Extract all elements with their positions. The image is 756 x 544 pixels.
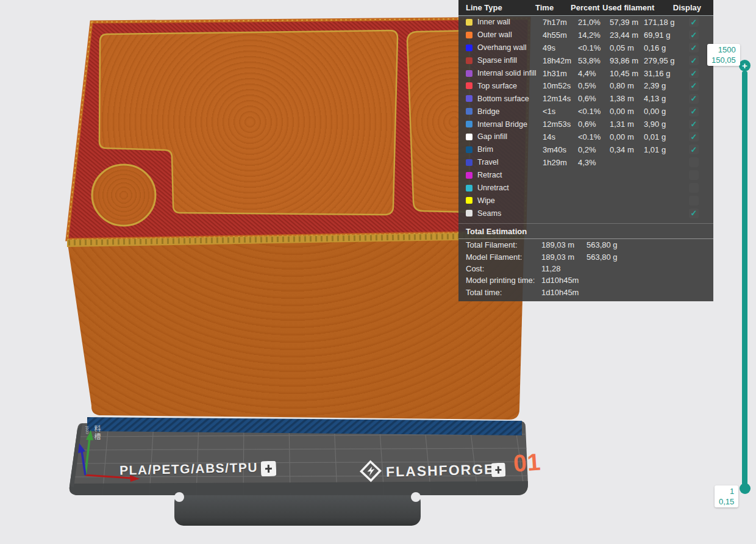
top-layer-height: 150,05 [711,55,736,65]
row-outer-wall: Outer wall 4h55m 14,2% 23,44 m 69,91 g ✓ [458,29,713,41]
color-swatch [466,32,472,38]
col-used-filament: Used filament [602,3,672,12]
length-value: 0,00 m [610,107,644,116]
layer-slider-handle[interactable] [740,483,751,494]
color-swatch [466,146,472,153]
row-retract: Retract [458,169,713,182]
display-checkbox[interactable]: ✓ [689,132,699,141]
display-checkbox[interactable] [689,196,699,206]
color-swatch [466,172,472,179]
percent-value: 14,2% [578,30,610,40]
line-type-label: Internal solid infill [477,69,543,77]
time-value: 4h55m [543,30,578,40]
slicer-preview-window: PLA/PETG/ABS/TPU FLASHFORGE 01 料槽 cool L… [0,0,756,544]
color-swatch [466,159,472,166]
row-seams: Seams ✓ [458,207,713,220]
layer-slider-track[interactable] [742,71,747,486]
time-value: 12m53s [543,120,578,129]
row-gap-infill: Gap infill 14s <0.1% 0,00 m 0,01 g ✓ [458,131,713,143]
color-swatch [466,82,472,89]
plate-marker-icon-2 [491,463,506,480]
color-swatch [466,70,472,77]
time-value: <1s [543,107,578,116]
layer-slider-top-label: 1500 150,05 [707,44,740,66]
check-icon: ✓ [691,133,697,141]
display-checkbox[interactable] [689,170,699,180]
check-icon: ✓ [691,82,697,90]
model-printing-time-row: Model printing time: 1d10h45m [458,274,713,286]
plate-side-label: 料槽 [92,425,102,441]
display-checkbox[interactable]: ✓ [689,30,699,40]
total-label: Total time: [466,288,541,297]
row-internal-bridge: Internal Bridge 12m53s 0,6% 1,31 m 3,90 … [458,118,713,131]
weight-value: 1,01 g [644,145,679,154]
display-checkbox[interactable]: ✓ [689,81,699,91]
total-label: Total Filament: [466,240,541,249]
display-checkbox[interactable]: ✓ [689,55,699,65]
display-checkbox[interactable]: ✓ [689,68,699,78]
row-bridge: Bridge <1s <0.1% 0,00 m 0,00 g ✓ [458,105,713,118]
percent-value: 0,6% [578,94,610,103]
length-value: 1,31 m [610,120,644,129]
row-bottom-surface: Bottom surface 12m14s 0,6% 1,38 m 4,13 g… [458,92,713,105]
length-value: 93,86 m [610,56,644,65]
display-checkbox[interactable]: ✓ [689,145,699,154]
plate-number: 01 [513,448,542,477]
display-checkbox[interactable]: ✓ [689,94,699,104]
line-type-label: Gap infill [477,132,543,141]
check-icon: ✓ [691,44,697,52]
top-layer-number: 1500 [711,45,736,55]
percent-value: 0,2% [578,145,610,154]
time-value: 10m52s [543,81,578,90]
line-type-label: Inner wall [477,18,543,26]
length-value: 23,44 m [610,30,644,40]
row-brim: Brim 3m40s 0,2% 0,34 m 1,01 g ✓ [458,143,713,156]
col-percent: Percent [571,3,602,12]
color-swatch [466,134,472,140]
time-value: 1h29m [543,158,578,167]
check-icon: ✓ [691,70,697,77]
color-swatch [466,45,472,51]
total-value-2: 563,80 g [587,252,618,262]
weight-value: 171,18 g [644,18,679,27]
check-icon: ✓ [691,209,697,217]
weight-value: 4,13 g [644,94,679,103]
flashforge-logo-icon [358,459,382,485]
line-type-label: Top surface [477,82,543,90]
time-value: 14s [543,132,578,141]
check-icon: ✓ [691,120,697,128]
display-checkbox[interactable]: ✓ [689,107,699,116]
line-type-label: Retract [477,171,543,179]
row-inner-wall: Inner wall 7h17m 21,0% 57,39 m 171,18 g … [458,16,713,29]
percent-value: 4,3% [578,158,610,167]
time-value: 3m40s [543,145,578,154]
check-icon: ✓ [691,31,697,39]
total-value: 189,03 m [541,252,587,262]
percent-value: 4,4% [578,69,610,78]
display-checkbox[interactable]: ✓ [689,17,699,27]
line-type-label: Brim [477,145,543,154]
weight-value: 0,16 g [644,43,679,52]
percent-value: 53,8% [578,56,610,65]
display-checkbox[interactable]: ✓ [689,209,699,218]
line-type-label: Overhang wall [477,43,543,52]
percent-value: 21,0% [578,18,610,27]
display-checkbox[interactable] [689,157,699,167]
time-value: 7h17m [543,18,578,27]
layer-slider-add-button[interactable]: + [739,60,751,71]
display-checkbox[interactable] [689,183,699,193]
total-time-row: Total time: 1d10h45m [458,287,713,298]
weight-value: 2,39 g [644,81,679,90]
total-estimation-section: Total Estimation Total Filament: 189,03 … [458,223,713,298]
line-type-label: Seams [477,209,543,218]
display-checkbox[interactable]: ✓ [689,43,699,52]
length-value: 0,34 m [610,145,644,154]
percent-value: <0.1% [578,132,610,141]
display-checkbox[interactable]: ✓ [689,120,699,129]
row-sparse-infill: Sparse infill 18h42m 53,8% 93,86 m 279,9… [458,54,713,67]
total-value-2: 563,80 g [587,240,618,249]
row-wipe: Wipe [458,194,713,207]
weight-value: 0,00 g [644,107,679,116]
time-value: 1h31m [543,69,578,78]
col-line-type: Line Type [458,3,535,12]
